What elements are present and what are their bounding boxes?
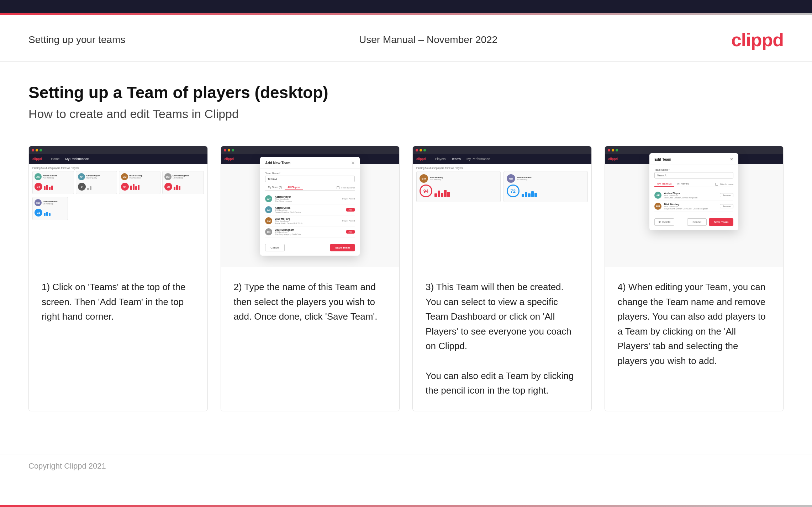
dash-bars-2 xyxy=(522,188,537,197)
mock-avatar-2: AP xyxy=(78,173,85,180)
nav-teams-3: Teams xyxy=(452,157,461,161)
page-subtitle: How to create and edit Teams in Clippd xyxy=(28,107,784,121)
dot-red xyxy=(32,149,34,151)
footer: Copyright Clippd 2021 xyxy=(0,454,812,478)
spacer xyxy=(676,218,685,226)
top-bar xyxy=(0,0,812,13)
edit-player-sub-0: Plus HandicapThe Shire London, United Ki… xyxy=(664,194,717,199)
mock-bars-5 xyxy=(44,209,51,216)
player-sub-0: Plus HandicapThe Shire London xyxy=(275,198,339,202)
mock-bar xyxy=(49,213,51,216)
edit-player-info-1: Blair McHarg Plus HandicapRoyal North De… xyxy=(664,203,717,210)
dash-bar xyxy=(528,193,531,197)
dialog-close-icon[interactable]: ✕ xyxy=(351,160,355,165)
card-2-text: 2) Type the name of this Team and then s… xyxy=(221,267,400,411)
card-4-text: 4) When editing your Team, you can chang… xyxy=(605,267,784,411)
dash-player-2: RB Richard Butler 1.5 Handicap 72 xyxy=(503,171,588,202)
dash-avatar-1: BM xyxy=(420,174,428,183)
mock-logo-4: clippd xyxy=(608,157,618,161)
page-title: Setting up a Team of players (desktop) xyxy=(28,83,784,102)
card-1-browser: clippd Home My Performance Finding 5 out… xyxy=(29,146,207,267)
dash-bar xyxy=(441,193,443,197)
mock-bars-1 xyxy=(44,183,53,190)
mock-bar xyxy=(179,186,180,190)
edit-tab-all-players[interactable]: All Players xyxy=(674,181,692,187)
dash-section-title: Finding 5 out of 2 players from: All Pla… xyxy=(416,167,588,169)
dash-bar xyxy=(447,192,450,197)
cancel-button[interactable]: Cancel xyxy=(265,244,285,251)
mock-bar xyxy=(133,184,135,190)
mock-bars-2 xyxy=(87,183,91,190)
trash-icon: 🗑 xyxy=(658,220,661,224)
add-player-btn-1[interactable]: Add xyxy=(346,208,355,212)
save-team-button[interactable]: Save Team xyxy=(330,244,355,251)
edit-cancel-button[interactable]: Cancel xyxy=(687,218,707,226)
edit-player-row-1: BM Blair McHarg Plus HandicapRoyal North… xyxy=(654,201,733,212)
mock-pdetail-5: 1.5 Handicap xyxy=(43,203,57,205)
delete-button[interactable]: 🗑 Delete xyxy=(654,218,674,226)
cards-row: clippd Home My Performance Finding 5 out… xyxy=(28,146,784,411)
edit-team-dialog: Edit Team ✕ Team Name * Team A My Team (… xyxy=(649,153,738,230)
edit-player-name-1: Blair McHarg xyxy=(664,203,717,206)
team-name-input[interactable]: Team A xyxy=(265,176,355,182)
mock-pdetail-4: 1.5 Handicap xyxy=(173,177,189,179)
edit-player-name-0: Adrian Player xyxy=(664,192,717,194)
dash-score-1: 94 xyxy=(420,185,432,197)
card-4: clippd Edit Team ✕ Team Name * Team A xyxy=(605,146,784,411)
mock-content-1: Finding 5 out of 5 players from: All Pla… xyxy=(29,164,207,267)
mock-bar xyxy=(44,213,46,216)
card-3: clippd Players Teams My Performance Find… xyxy=(412,146,592,411)
remove-player-btn-1[interactable]: Remove xyxy=(720,204,733,208)
player-row-2: BM Blair McHarg Plus HandicapRoyal North… xyxy=(265,215,355,226)
add-player-btn-3[interactable]: Add xyxy=(346,230,355,234)
tab-all-players[interactable]: All Players xyxy=(285,185,303,190)
dot-green-2 xyxy=(232,149,234,151)
edit-tab-my-team[interactable]: My Team (2) xyxy=(654,181,674,187)
edit-dialog-close-icon[interactable]: ✕ xyxy=(730,157,733,162)
player-avatar-2: BM xyxy=(265,217,272,224)
card-3-desc-1: 3) This Team will then be created. You c… xyxy=(426,282,571,351)
edit-player-sub-1: Plus HandicapRoyal North Devon Golf Club… xyxy=(664,206,717,210)
remove-player-btn-0[interactable]: Remove xyxy=(720,193,733,197)
edit-team-name-input[interactable]: Team A xyxy=(654,172,733,178)
player-name-0: Adrian Player xyxy=(275,196,339,198)
dash-players-grid: BM Blair McHarg Plus Handicap 94 xyxy=(416,171,588,202)
mock-avatar-4: DB xyxy=(164,173,172,180)
mock-bar xyxy=(176,185,178,190)
header-left-text: Setting up your teams xyxy=(28,34,125,46)
mock-logo-2: clippd xyxy=(225,157,234,161)
edit-save-team-button[interactable]: Save Team xyxy=(709,218,733,226)
dialog-footer: Cancel Save Team xyxy=(260,241,360,256)
mock-score-4: 78 xyxy=(164,183,172,191)
player-row-0: AP Adrian Player Plus HandicapThe Shire … xyxy=(265,193,355,204)
dot-red-2 xyxy=(224,149,226,151)
dash-bar xyxy=(522,194,524,197)
player-name-3: Dave Billingham xyxy=(275,229,343,231)
main-content: Setting up a Team of players (desktop) H… xyxy=(0,62,812,454)
mock-bar xyxy=(46,185,48,190)
dash-pdetail-2: 1.5 Handicap xyxy=(517,178,532,181)
card-3-browser: clippd Players Teams My Performance Find… xyxy=(413,146,591,267)
header: Setting up your teams User Manual – Nove… xyxy=(0,15,812,62)
player-status-0: Player Added xyxy=(342,198,355,200)
dash-score-2: 72 xyxy=(507,185,520,197)
mock-player-card-3: BM Blair McHarg Plus Handicap 94 xyxy=(119,171,160,194)
mock-logo-3: clippd xyxy=(416,157,426,161)
dash-bars-1 xyxy=(434,188,450,197)
mock-bars-4 xyxy=(174,183,180,190)
mock-logo-1: clippd xyxy=(32,157,42,161)
dialog-title: Add New Team xyxy=(265,161,290,165)
card-3-text: 3) This Team will then be created. You c… xyxy=(413,267,591,411)
browser-bar-4 xyxy=(605,146,784,154)
mock-nav-3: clippd Players Teams My Performance xyxy=(413,154,591,164)
dash-avatar-2: RB xyxy=(507,174,515,183)
mock-bar xyxy=(130,186,132,190)
edit-dialog-title: Edit Team xyxy=(654,158,671,161)
tab-my-team[interactable]: My Team (2) xyxy=(265,185,285,190)
mock-avatar-1: AC xyxy=(35,173,42,180)
nav-home: Home xyxy=(51,157,60,161)
filter-by-name: Filter by name xyxy=(337,185,355,190)
dialog-body: Team Name * Team A My Team (2) All Playe… xyxy=(260,169,360,241)
dot-yellow-2 xyxy=(228,149,230,151)
player-info-0: Adrian Player Plus HandicapThe Shire Lon… xyxy=(275,196,339,202)
